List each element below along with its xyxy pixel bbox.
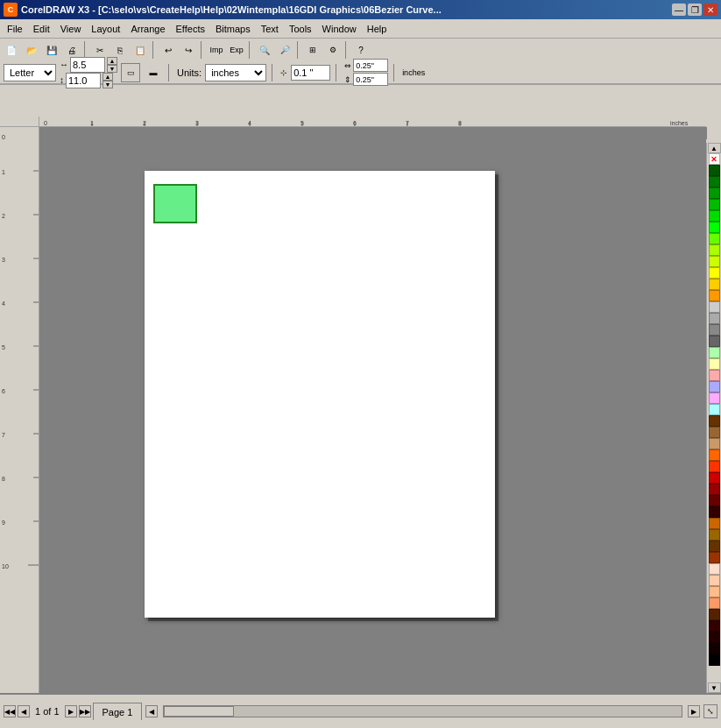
color-swatch[interactable] <box>709 632 720 643</box>
color-swatch[interactable] <box>709 518 720 529</box>
close-button[interactable]: ✕ <box>703 4 717 16</box>
color-swatch[interactable] <box>709 643 720 654</box>
tb-redo[interactable]: ↪ <box>179 40 198 60</box>
menu-text[interactable]: Text <box>256 22 284 36</box>
menu-arrange[interactable]: Arrange <box>125 22 170 36</box>
color-swatch[interactable] <box>709 427 720 438</box>
tb-paste[interactable]: 📋 <box>131 40 150 60</box>
color-swatch[interactable] <box>709 324 720 336</box>
maximize-button[interactable]: ❐ <box>688 4 702 16</box>
tb-import[interactable]: Imp <box>207 40 226 60</box>
color-swatch[interactable] <box>709 449 720 461</box>
page-last-btn[interactable]: ▶▶ <box>79 705 91 717</box>
width-spin[interactable]: ▲ ▼ <box>107 57 117 73</box>
color-swatch[interactable] <box>709 233 720 244</box>
color-swatch[interactable] <box>709 176 720 187</box>
palette-scroll-up[interactable]: ▲ <box>708 143 721 153</box>
tb-zoom-out[interactable]: 🔎 <box>275 40 294 60</box>
page-tab[interactable]: Page 1 <box>93 703 143 720</box>
menu-edit[interactable]: Edit <box>28 22 55 36</box>
tb-open[interactable]: 📂 <box>22 40 41 60</box>
color-swatch[interactable] <box>709 256 720 267</box>
color-swatch[interactable] <box>709 279 720 290</box>
color-swatch[interactable] <box>709 438 720 449</box>
menu-layout[interactable]: Layout <box>86 22 125 36</box>
color-none[interactable]: ✕ <box>709 153 720 165</box>
green-rectangle-object[interactable] <box>153 184 197 223</box>
color-swatch[interactable] <box>709 563 720 575</box>
portrait-btn[interactable]: ▭ <box>121 63 140 82</box>
color-swatch[interactable] <box>709 484 720 495</box>
menu-file[interactable]: File <box>2 22 28 36</box>
color-swatch[interactable] <box>709 313 720 324</box>
color-swatch[interactable] <box>709 541 720 552</box>
color-swatch[interactable] <box>709 358 720 370</box>
color-swatch[interactable] <box>709 222 720 233</box>
height-spin[interactable]: ▲ ▼ <box>102 73 113 88</box>
color-swatch[interactable] <box>709 336 720 347</box>
color-swatch[interactable] <box>709 529 720 541</box>
page-next-btn[interactable]: ▶ <box>65 705 77 717</box>
minimize-button[interactable]: — <box>672 4 686 16</box>
color-swatch[interactable] <box>709 187 720 199</box>
page-prev-btn[interactable]: ◀ <box>18 705 30 717</box>
hscroll-thumb[interactable] <box>164 706 234 717</box>
landscape-btn[interactable]: ▬ <box>144 63 163 82</box>
color-swatch[interactable] <box>709 461 720 472</box>
color-swatch[interactable] <box>709 472 720 484</box>
color-swatch[interactable] <box>709 586 720 597</box>
color-swatch[interactable] <box>709 495 720 506</box>
color-swatch[interactable] <box>709 199 720 210</box>
color-swatch[interactable] <box>709 620 720 632</box>
tb-snap[interactable]: ⊞ <box>303 40 322 60</box>
page-size-select[interactable]: Letter A4 Legal <box>4 64 56 81</box>
color-swatch[interactable] <box>709 415 720 427</box>
height-spin-down[interactable]: ▼ <box>102 81 113 88</box>
color-swatch[interactable] <box>709 404 720 415</box>
nudge-input[interactable] <box>291 65 330 81</box>
tb-help[interactable]: ? <box>351 40 371 60</box>
menu-window[interactable]: Window <box>317 22 362 36</box>
color-swatch[interactable] <box>709 370 720 381</box>
hscroll-left-btn[interactable]: ◀ <box>145 705 158 717</box>
color-swatch[interactable] <box>709 347 720 358</box>
page-width-input[interactable] <box>70 57 105 73</box>
color-swatch[interactable] <box>709 244 720 256</box>
page-first-btn[interactable]: ◀◀ <box>4 705 16 717</box>
hscroll-right-btn[interactable]: ▶ <box>688 705 700 717</box>
color-swatch[interactable] <box>709 290 720 301</box>
color-swatch[interactable] <box>709 267 720 279</box>
color-swatch[interactable] <box>709 654 720 666</box>
color-swatch[interactable] <box>709 301 720 313</box>
tb-options[interactable]: ⚙ <box>323 40 343 60</box>
offset-x-input[interactable] <box>353 59 388 72</box>
tb-new[interactable]: 📄 <box>2 40 21 60</box>
color-swatch[interactable] <box>709 381 720 392</box>
color-swatch[interactable] <box>709 210 720 222</box>
tb-save[interactable]: 💾 <box>42 40 61 60</box>
drawing-page[interactable] <box>145 171 495 618</box>
tb-zoom-in[interactable]: 🔍 <box>255 40 274 60</box>
menu-bitmaps[interactable]: Bitmaps <box>210 22 256 36</box>
canvas-area[interactable] <box>39 127 706 693</box>
color-swatch[interactable] <box>709 552 720 563</box>
horizontal-scrollbar[interactable] <box>163 705 682 717</box>
color-swatch[interactable] <box>709 165 720 176</box>
page-height-input[interactable] <box>66 73 101 88</box>
tb-undo[interactable]: ↩ <box>159 40 178 60</box>
menu-help[interactable]: Help <box>362 22 392 36</box>
units-select[interactable]: inches mm cm <box>205 64 266 81</box>
menu-effects[interactable]: Effects <box>171 22 210 36</box>
width-spin-down[interactable]: ▼ <box>107 65 117 73</box>
offset-y-input[interactable] <box>353 73 388 86</box>
color-swatch[interactable] <box>709 609 720 620</box>
color-swatch[interactable] <box>709 575 720 586</box>
color-swatch[interactable] <box>709 597 720 609</box>
width-spin-up[interactable]: ▲ <box>107 57 117 65</box>
color-swatch[interactable] <box>709 506 720 518</box>
tb-export[interactable]: Exp <box>227 40 246 60</box>
menu-tools[interactable]: Tools <box>284 22 317 36</box>
menu-view[interactable]: View <box>55 22 87 36</box>
color-swatch[interactable] <box>709 392 720 404</box>
height-spin-up[interactable]: ▲ <box>102 73 113 81</box>
